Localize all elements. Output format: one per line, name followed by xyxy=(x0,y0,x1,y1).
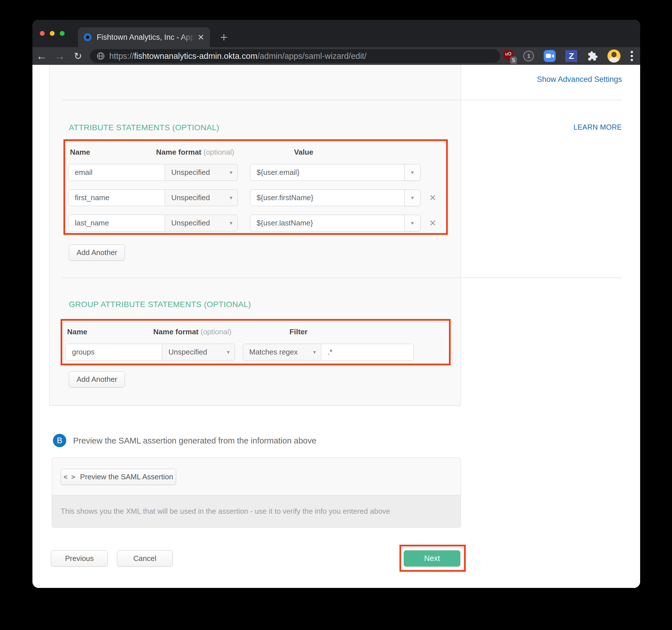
chevron-down-icon: ▾ xyxy=(230,195,233,201)
group-attribute-annotation: Name Name format (optional) Filter Unspe… xyxy=(61,319,451,365)
filter-column-header: Filter xyxy=(289,328,308,336)
learn-more-link[interactable]: LEARN MORE xyxy=(574,123,622,131)
address-bar[interactable]: https://fishtownanalytics-admin.okta.com… xyxy=(90,49,500,63)
next-button-annotation xyxy=(400,545,466,572)
close-window-button[interactable] xyxy=(40,31,45,36)
format-column-header: Name format xyxy=(153,328,198,336)
preview-help-text: This shows you the XML that will be used… xyxy=(52,495,461,527)
zoom-window-button[interactable] xyxy=(60,31,65,36)
browser-toolbar: ← → ↻ https://fishtownanalytics-admin.ok… xyxy=(32,47,640,65)
onepassword-extension-icon[interactable]: 1 xyxy=(523,51,534,61)
preview-saml-assertion-button[interactable]: < > Preview the SAML Assertion xyxy=(61,469,176,485)
window-controls[interactable] xyxy=(40,31,65,36)
preview-section-title: Preview the SAML assertion generated fro… xyxy=(73,436,316,446)
format-optional-label: (optional) xyxy=(198,328,232,336)
back-icon[interactable]: ← xyxy=(32,50,51,62)
chevron-down-icon: ▾ xyxy=(411,195,414,201)
attribute-name-input[interactable] xyxy=(68,190,165,206)
group-attribute-statements-title: GROUP ATTRIBUTE STATEMENTS (OPTIONAL) xyxy=(69,300,251,309)
zoom-extension-icon[interactable] xyxy=(544,50,556,62)
attribute-row: Unspecified ▾ ▾ xyxy=(68,164,446,181)
attribute-statements-annotation: Name Name format (optional) Value Unspec… xyxy=(64,139,448,235)
chevron-down-icon: ▾ xyxy=(411,169,414,176)
group-name-input[interactable] xyxy=(66,344,162,360)
group-attribute-row: Unspecified ▾ Matches regex ▾ xyxy=(66,344,449,360)
attribute-statements-title: ATTRIBUTE STATEMENTS (OPTIONAL) xyxy=(69,123,219,132)
extension-area: uO 5 1 Z ••• xyxy=(503,47,633,65)
code-icon: < > xyxy=(64,473,76,481)
profile-avatar[interactable] xyxy=(607,49,621,62)
ublock-badge: 5 xyxy=(510,56,517,64)
add-another-group-button[interactable]: Add Another xyxy=(69,371,125,387)
preview-panel: < > Preview the SAML Assertion This show… xyxy=(52,457,461,528)
format-optional-label: (optional) xyxy=(201,148,235,156)
tab-close-icon[interactable]: ✕ xyxy=(198,33,204,42)
group-table-header: Name Name format (optional) Filter xyxy=(67,328,449,336)
previous-button[interactable]: Previous xyxy=(51,550,108,566)
filter-type-select[interactable]: Matches regex ▾ xyxy=(243,344,321,360)
name-format-select[interactable]: Unspecified ▾ xyxy=(165,215,238,231)
browser-window: Fishtown Analytics, Inc - Applic ✕ + ← →… xyxy=(32,20,640,588)
attribute-value-input[interactable] xyxy=(250,190,405,206)
browser-tab[interactable]: Fishtown Analytics, Inc - Applic ✕ xyxy=(78,27,210,47)
chevron-down-icon: ▾ xyxy=(227,349,230,355)
format-column-header: Name format xyxy=(156,148,201,156)
remove-row-button[interactable]: ✕ xyxy=(421,215,445,231)
forward-icon[interactable]: → xyxy=(51,50,69,62)
show-advanced-settings-link[interactable]: Show Advanced Settings xyxy=(537,75,622,84)
add-another-attribute-button[interactable]: Add Another xyxy=(69,245,125,261)
value-column-header: Value xyxy=(294,148,313,157)
attribute-table-header: Name Name format (optional) Value xyxy=(70,148,446,157)
attribute-name-input[interactable] xyxy=(68,215,165,231)
z-extension-icon[interactable]: Z xyxy=(565,50,577,62)
tab-title: Fishtown Analytics, Inc - Applic xyxy=(97,33,195,42)
name-column-header: Name xyxy=(70,148,90,157)
remove-row-button[interactable]: ✕ xyxy=(421,190,445,206)
extensions-puzzle-icon[interactable] xyxy=(587,51,598,61)
divider xyxy=(62,277,622,278)
minimize-window-button[interactable] xyxy=(50,31,55,36)
ublock-extension-icon[interactable]: uO 5 xyxy=(503,50,513,62)
attribute-value-input[interactable] xyxy=(250,164,405,181)
chevron-down-icon: ▾ xyxy=(230,220,233,226)
step-b-badge: B xyxy=(53,434,66,447)
tab-strip: Fishtown Analytics, Inc - Applic ✕ + xyxy=(32,20,640,47)
cancel-button[interactable]: Cancel xyxy=(117,550,173,566)
value-dropdown-button[interactable]: ▾ xyxy=(404,190,421,206)
name-column-header: Name xyxy=(67,328,87,336)
filter-value-input[interactable] xyxy=(321,344,414,360)
value-dropdown-button[interactable]: ▾ xyxy=(404,164,421,181)
new-tab-button[interactable]: + xyxy=(220,30,227,45)
reload-icon[interactable]: ↻ xyxy=(69,50,87,62)
divider xyxy=(62,100,622,100)
browser-menu-icon[interactable]: ••• xyxy=(630,50,633,62)
value-dropdown-button[interactable]: ▾ xyxy=(404,215,421,231)
name-format-select[interactable]: Unspecified ▾ xyxy=(162,344,235,360)
name-format-select[interactable]: Unspecified ▾ xyxy=(165,190,238,206)
attribute-row: Unspecified ▾ ▾ ✕ xyxy=(68,190,446,206)
globe-icon xyxy=(97,52,105,60)
url-text: https://fishtownanalytics-admin.okta.com… xyxy=(109,51,366,61)
name-format-select[interactable]: Unspecified ▾ xyxy=(165,164,238,181)
chevron-down-icon: ▾ xyxy=(313,349,316,355)
chevron-down-icon: ▾ xyxy=(230,169,233,176)
chevron-down-icon: ▾ xyxy=(411,220,414,226)
okta-favicon-icon xyxy=(83,33,92,41)
attribute-row: Unspecified ▾ ▾ ✕ xyxy=(68,215,446,231)
attribute-value-input[interactable] xyxy=(250,215,405,231)
attribute-name-input[interactable] xyxy=(68,164,165,181)
okta-saml-wizard-page: Show Advanced Settings ATTRIBUTE STATEME… xyxy=(32,65,640,588)
